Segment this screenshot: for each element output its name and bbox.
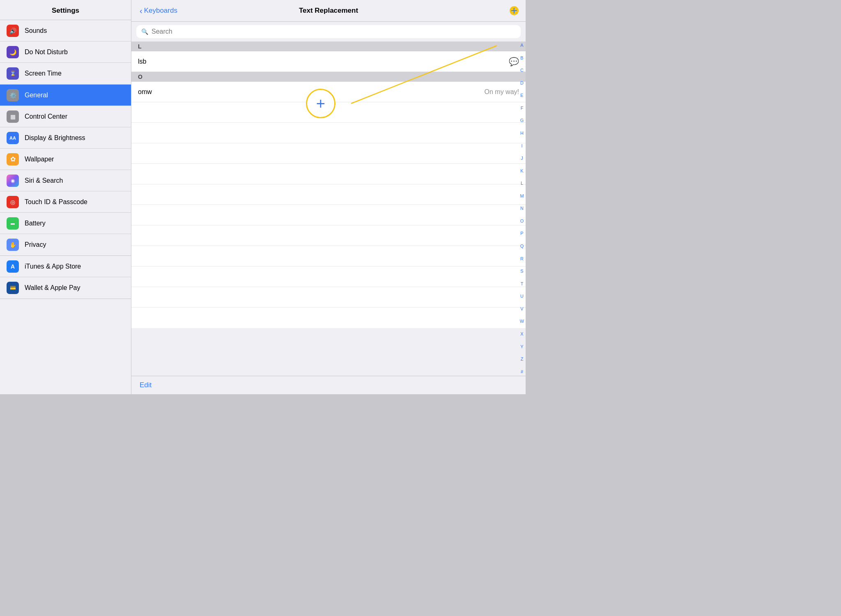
touch-id-icon: ◎ — [7, 196, 19, 208]
alpha-o[interactable]: O — [520, 219, 524, 223]
alpha-q[interactable]: Q — [520, 244, 524, 248]
alpha-h[interactable]: H — [520, 131, 524, 136]
sidebar-item-touch-id[interactable]: ◎ Touch ID & Passcode — [0, 191, 131, 213]
page-title: Text Replacement — [299, 7, 358, 15]
sidebar-item-label: Privacy — [25, 241, 46, 248]
wallpaper-icon: ✿ — [7, 153, 19, 165]
sidebar-item-wallpaper[interactable]: ✿ Wallpaper — [0, 149, 131, 170]
nav-bar: ‹ Keyboards Text Replacement + — [131, 0, 526, 22]
sidebar-item-general[interactable]: ⚙️ General — [0, 85, 131, 106]
sidebar-item-itunes[interactable]: A iTunes & App Store — [0, 256, 131, 277]
alpha-f[interactable]: F — [521, 106, 524, 110]
alpha-index: A B C D E F G H I J K L M N O P Q R S T — [518, 41, 526, 376]
alpha-p[interactable]: P — [520, 231, 523, 236]
alpha-a[interactable]: A — [520, 43, 523, 48]
sidebar-section-2: ⚙️ General ▦ Control Center AA Display &… — [0, 85, 131, 256]
alpha-l[interactable]: L — [521, 181, 523, 186]
section-header-o: O — [131, 72, 526, 82]
empty-row-11 — [131, 308, 526, 328]
wallet-icon: 💳 — [7, 282, 19, 294]
sidebar-item-label: Wallpaper — [25, 156, 54, 163]
replacement-omw: On my way! — [485, 88, 519, 96]
alpha-r[interactable]: R — [520, 257, 524, 261]
section-header-l: L — [131, 41, 526, 51]
sidebar-title: Settings — [0, 0, 131, 20]
alpha-d[interactable]: D — [520, 81, 524, 85]
sidebar-section-1: 🔊 Sounds 🌙 Do Not Disturb ⌛ Screen Time — [0, 20, 131, 85]
search-bar: 🔍 — [136, 25, 521, 38]
alpha-b[interactable]: B — [520, 56, 523, 60]
itunes-icon: A — [7, 260, 19, 273]
alpha-n[interactable]: N — [520, 206, 524, 211]
chevron-left-icon: ‹ — [140, 6, 142, 16]
sounds-icon: 🔊 — [7, 25, 19, 37]
alpha-g[interactable]: G — [520, 118, 524, 123]
alpha-hash[interactable]: # — [521, 370, 523, 374]
sidebar-item-label: General — [25, 92, 48, 99]
list-container: A B C D E F G H I J K L M N O P Q R S T — [131, 41, 526, 376]
do-not-disturb-icon: 🌙 — [7, 46, 19, 58]
sidebar-item-label: Wallet & Apple Pay — [25, 284, 80, 292]
plus-icon: + — [316, 96, 325, 111]
empty-row-2 — [131, 123, 526, 143]
sidebar-item-privacy[interactable]: ✋ Privacy — [0, 234, 131, 255]
sidebar-item-label: iTunes & App Store — [25, 263, 81, 270]
sidebar-item-sounds[interactable]: 🔊 Sounds — [0, 20, 131, 41]
search-icon: 🔍 — [141, 28, 148, 35]
alpha-v[interactable]: V — [520, 307, 523, 311]
general-icon: ⚙️ — [7, 89, 19, 101]
alpha-k[interactable]: K — [520, 169, 523, 173]
battery-icon: ▬ — [7, 217, 19, 230]
sidebar-section-3: A iTunes & App Store 💳 Wallet & Apple Pa… — [0, 256, 131, 299]
empty-row-8 — [131, 246, 526, 267]
alpha-z[interactable]: Z — [521, 357, 524, 361]
sidebar-item-siri-search[interactable]: ◉ Siri & Search — [0, 170, 131, 191]
alpha-c[interactable]: C — [520, 68, 524, 73]
empty-row-6 — [131, 205, 526, 225]
shortcut-lsb: lsb — [138, 58, 509, 65]
empty-row-5 — [131, 184, 526, 205]
empty-row-9 — [131, 267, 526, 287]
main-content: ‹ Keyboards Text Replacement + 🔍 — [131, 0, 526, 394]
screen-time-icon: ⌛ — [7, 67, 19, 80]
back-label: Keyboards — [144, 7, 177, 15]
alpha-w[interactable]: W — [520, 319, 524, 324]
alpha-j[interactable]: J — [521, 156, 523, 161]
sidebar-item-do-not-disturb[interactable]: 🌙 Do Not Disturb — [0, 41, 131, 63]
back-button[interactable]: ‹ Keyboards — [140, 6, 177, 16]
alpha-i[interactable]: I — [521, 144, 522, 148]
sidebar-item-label: Touch ID & Passcode — [25, 198, 87, 206]
siri-icon: ◉ — [7, 175, 19, 187]
sidebar-item-label: Do Not Disturb — [25, 48, 68, 56]
bottom-bar: Edit — [131, 376, 526, 394]
alpha-y[interactable]: Y — [520, 345, 523, 349]
app-container: Settings 🔊 Sounds 🌙 Do Not Disturb ⌛ Scr… — [0, 0, 526, 394]
edit-button[interactable]: Edit — [140, 381, 152, 389]
search-input[interactable] — [152, 28, 516, 35]
alpha-s[interactable]: S — [520, 269, 523, 274]
empty-row-10 — [131, 287, 526, 308]
sidebar-item-screen-time[interactable]: ⌛ Screen Time — [0, 63, 131, 84]
sidebar-item-label: Display & Brightness — [25, 134, 85, 142]
sidebar: Settings 🔊 Sounds 🌙 Do Not Disturb ⌛ Scr… — [0, 0, 131, 394]
search-bar-container: 🔍 — [131, 22, 526, 41]
sidebar-item-wallet[interactable]: 💳 Wallet & Apple Pay — [0, 277, 131, 299]
sidebar-item-control-center[interactable]: ▦ Control Center — [0, 106, 131, 127]
alpha-m[interactable]: M — [520, 194, 524, 198]
add-button[interactable]: + — [511, 5, 517, 16]
display-brightness-icon: AA — [7, 132, 19, 144]
sidebar-item-label: Screen Time — [25, 70, 62, 77]
add-circle-button[interactable]: + — [306, 89, 335, 118]
empty-row-4 — [131, 164, 526, 184]
sidebar-item-display-brightness[interactable]: AA Display & Brightness — [0, 127, 131, 149]
sidebar-item-label: Siri & Search — [25, 177, 63, 184]
alpha-x[interactable]: X — [520, 332, 523, 336]
empty-row-7 — [131, 225, 526, 246]
alpha-t[interactable]: T — [521, 282, 524, 286]
alpha-u[interactable]: U — [520, 294, 524, 299]
sidebar-item-battery[interactable]: ▬ Battery — [0, 213, 131, 234]
bubble-icon: 💬 — [509, 57, 519, 67]
list-item-lsb[interactable]: lsb 💬 — [131, 51, 526, 72]
alpha-e[interactable]: E — [520, 93, 523, 98]
sidebar-item-label: Sounds — [25, 27, 47, 34]
